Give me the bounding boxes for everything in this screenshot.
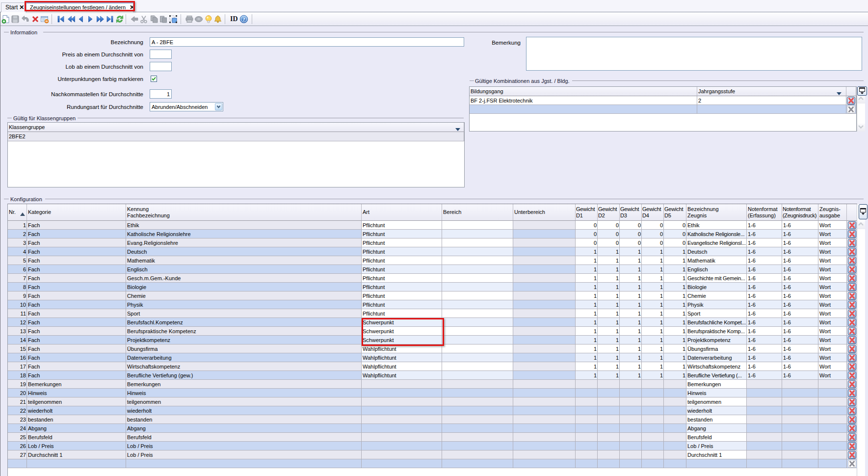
svg-text:?: ?	[242, 16, 245, 22]
